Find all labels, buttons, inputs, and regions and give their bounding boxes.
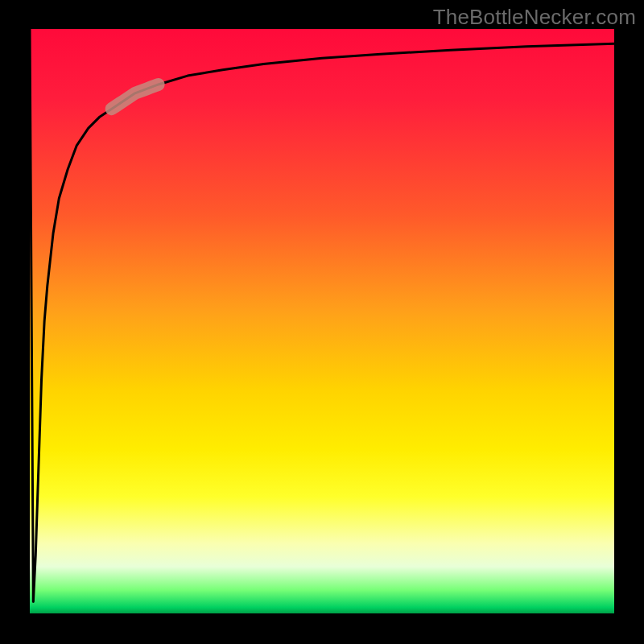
- chart-frame: TheBottleNecker.com: [0, 0, 644, 644]
- watermark-text: TheBottleNecker.com: [433, 5, 636, 30]
- curve-svg: [30, 29, 614, 613]
- curve-highlight: [112, 85, 159, 109]
- curve-path: [30, 29, 614, 601]
- plot-area: [30, 29, 614, 613]
